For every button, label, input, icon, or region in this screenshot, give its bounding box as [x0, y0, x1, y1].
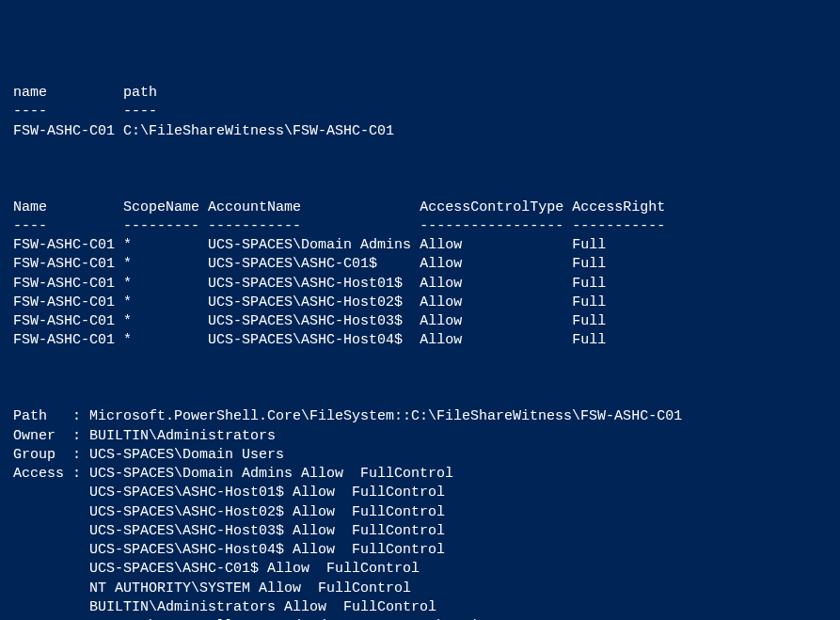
pr-account: UCS-SPACES\Domain Admins [208, 237, 411, 253]
share-table-dashes: ---- ---- [13, 103, 157, 119]
pr-account: UCS-SPACES\ASHC-Host03$ [208, 313, 403, 329]
pr-scope: * [123, 332, 132, 348]
pr-scope: * [123, 237, 132, 253]
acl-access-label: Access [13, 466, 64, 482]
acl-access-entry: UCS-SPACES\Domain Admins Allow FullContr… [89, 466, 453, 482]
permissions-row: FSW-ASHC-C01 * UCS-SPACES\ASHC-C01$ Allo… [13, 256, 606, 272]
acl-access-entry-line: NT AUTHORITY\SYSTEM Allow FullControl [13, 580, 411, 596]
acl-access-entry-line: UCS-SPACES\ASHC-Host01$ Allow FullContro… [13, 485, 445, 501]
permissions-row: FSW-ASHC-C01 * UCS-SPACES\ASHC-Host01$ A… [13, 276, 606, 292]
acl-access-entry: UCS-SPACES\ASHC-Host01$ Allow FullContro… [89, 485, 445, 501]
acl-access-entry-line: BUILTIN\Administrators Allow FullControl [13, 599, 436, 615]
pr-right: Full [572, 294, 606, 310]
perm-scope-dash: --------- [123, 218, 199, 234]
pr-account: UCS-SPACES\ASHC-Host01$ [208, 276, 403, 292]
acl-access-entry: BUILTIN\Administrators Allow FullControl [89, 599, 436, 615]
col-path-header: path [123, 85, 157, 101]
pr-right: Full [572, 276, 606, 292]
acl-group-label: Group [13, 447, 55, 463]
pr-account: UCS-SPACES\ASHC-Host04$ [208, 332, 403, 348]
acl-access-entry-line: UCS-SPACES\ASHC-Host04$ Allow FullContro… [13, 542, 445, 558]
pr-right: Full [572, 256, 606, 272]
cell-name: FSW-ASHC-C01 [13, 123, 115, 139]
permissions-row: FSW-ASHC-C01 * UCS-SPACES\ASHC-Host02$ A… [13, 294, 606, 310]
pr-scope: * [123, 294, 132, 310]
cell-path: C:\FileShareWitness\FSW-ASHC-C01 [123, 123, 394, 139]
acl-access-entry-line: UCS-SPACES\ASHC-Host03$ Allow FullContro… [13, 523, 445, 539]
pr-name: FSW-ASHC-C01 [13, 313, 115, 329]
pr-name: FSW-ASHC-C01 [13, 332, 115, 348]
pr-right: Full [572, 313, 606, 329]
col-name-header: name [13, 85, 47, 101]
pr-right: Full [572, 332, 606, 348]
pr-name: FSW-ASHC-C01 [13, 237, 115, 253]
acl-group-line: Group : UCS-SPACES\Domain Users [13, 447, 284, 463]
share-table-header: name path [13, 85, 157, 101]
share-table-row: FSW-ASHC-C01 C:\FileShareWitness\FSW-ASH… [13, 123, 394, 139]
perm-account-header: AccountName [208, 199, 301, 215]
perm-right-header: AccessRight [572, 199, 665, 215]
acl-path-value: Microsoft.PowerShell.Core\FileSystem::C:… [89, 408, 682, 424]
perm-name-dash: ---- [13, 218, 47, 234]
pr-name: FSW-ASHC-C01 [13, 276, 115, 292]
permissions-row: FSW-ASHC-C01 * UCS-SPACES\ASHC-Host03$ A… [13, 313, 606, 329]
acl-access-entry: UCS-SPACES\ASHC-C01$ Allow FullControl [89, 561, 420, 577]
share-table: name path ---- ---- FSW-ASHC-C01 C:\File… [13, 84, 827, 141]
permissions-row: FSW-ASHC-C01 * UCS-SPACES\Domain Admins … [13, 237, 606, 253]
pr-access: Allow [420, 332, 462, 348]
acl-path-line: Path : Microsoft.PowerShell.Core\FileSys… [13, 408, 682, 424]
acl-access-entry: NT AUTHORITY\SYSTEM Allow FullControl [89, 580, 411, 596]
pr-scope: * [123, 313, 132, 329]
acl-owner-label: Owner [13, 428, 55, 444]
pr-name: FSW-ASHC-C01 [13, 256, 115, 272]
perm-name-header: Name [13, 199, 47, 215]
permissions-row: FSW-ASHC-C01 * UCS-SPACES\ASHC-Host04$ A… [13, 332, 606, 348]
acl-access-entry-line: UCS-SPACES\ASHC-C01$ Allow FullControl [13, 561, 420, 577]
acl-access-line: Access : UCS-SPACES\Domain Admins Allow … [13, 466, 453, 482]
pr-access: Allow [420, 294, 462, 310]
pr-account: UCS-SPACES\ASHC-Host02$ [208, 294, 403, 310]
pr-right: Full [572, 237, 606, 253]
acl-path-label: Path [13, 408, 47, 424]
pr-name: FSW-ASHC-C01 [13, 294, 115, 310]
pr-access: Allow [420, 256, 462, 272]
acl-details: Path : Microsoft.PowerShell.Core\FileSys… [13, 407, 827, 620]
acl-access-entry: UCS-SPACES\ASHC-Host04$ Allow FullContro… [89, 542, 445, 558]
acl-owner-line: Owner : BUILTIN\Administrators [13, 428, 276, 444]
acl-group-value: UCS-SPACES\Domain Users [89, 447, 284, 463]
acl-owner-value: BUILTIN\Administrators [89, 428, 276, 444]
col-name-dash: ---- [13, 103, 47, 119]
permissions-table: Name ScopeName AccountName AccessControl… [13, 199, 827, 351]
pr-access: Allow [420, 313, 462, 329]
pr-access: Allow [420, 237, 462, 253]
perm-access-header: AccessControlType [420, 199, 563, 215]
pr-access: Allow [420, 276, 462, 292]
perm-access-dash: ----------------- [420, 218, 563, 234]
permissions-header: Name ScopeName AccountName AccessControl… [13, 199, 665, 215]
pr-scope: * [123, 276, 132, 292]
perm-scope-header: ScopeName [123, 199, 199, 215]
pr-scope: * [123, 256, 132, 272]
permissions-dashes: ---- --------- ----------- -------------… [13, 218, 665, 234]
perm-right-dash: ----------- [572, 218, 665, 234]
perm-account-dash: ----------- [208, 218, 301, 234]
acl-access-entry-line: UCS-SPACES\ASHC-Host02$ Allow FullContro… [13, 504, 445, 520]
pr-account: UCS-SPACES\ASHC-C01$ [208, 256, 377, 272]
acl-access-entry: UCS-SPACES\ASHC-Host02$ Allow FullContro… [89, 504, 445, 520]
acl-access-entry: UCS-SPACES\ASHC-Host03$ Allow FullContro… [89, 523, 445, 539]
col-path-dash: ---- [123, 103, 157, 119]
